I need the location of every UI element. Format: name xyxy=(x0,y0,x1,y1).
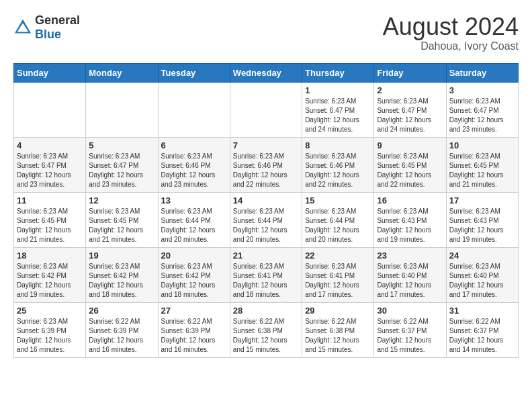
day-info: Sunrise: 6:23 AM Sunset: 6:47 PM Dayligh… xyxy=(377,97,443,134)
logo: General Blue xyxy=(13,13,80,42)
day-info: Sunrise: 6:23 AM Sunset: 6:46 PM Dayligh… xyxy=(233,152,299,189)
day-number: 24 xyxy=(449,250,515,261)
col-header-monday: Monday xyxy=(86,63,158,82)
day-info: Sunrise: 6:23 AM Sunset: 6:46 PM Dayligh… xyxy=(305,152,371,189)
day-info: Sunrise: 6:23 AM Sunset: 6:41 PM Dayligh… xyxy=(305,262,371,300)
day-number: 28 xyxy=(233,306,299,316)
calendar-cell: 24Sunrise: 6:23 AM Sunset: 6:40 PM Dayli… xyxy=(446,247,518,302)
calendar-cell: 9Sunrise: 6:23 AM Sunset: 6:45 PM Daylig… xyxy=(374,137,446,192)
day-number: 8 xyxy=(305,140,371,150)
day-number: 18 xyxy=(17,250,83,261)
day-number: 1 xyxy=(305,85,371,95)
calendar-cell: 15Sunrise: 6:23 AM Sunset: 6:44 PM Dayli… xyxy=(302,192,374,247)
day-number: 25 xyxy=(17,306,83,316)
day-info: Sunrise: 6:23 AM Sunset: 6:47 PM Dayligh… xyxy=(89,152,154,189)
calendar-cell: 29Sunrise: 6:22 AM Sunset: 6:38 PM Dayli… xyxy=(302,302,374,357)
day-number: 22 xyxy=(305,250,371,261)
calendar-cell: 28Sunrise: 6:22 AM Sunset: 6:38 PM Dayli… xyxy=(230,302,302,357)
day-number: 27 xyxy=(161,306,227,316)
day-info: Sunrise: 6:23 AM Sunset: 6:40 PM Dayligh… xyxy=(377,262,443,300)
calendar-cell: 18Sunrise: 6:23 AM Sunset: 6:42 PM Dayli… xyxy=(14,247,86,302)
calendar-cell: 16Sunrise: 6:23 AM Sunset: 6:43 PM Dayli… xyxy=(374,192,446,247)
calendar-cell xyxy=(230,82,302,137)
day-info: Sunrise: 6:22 AM Sunset: 6:37 PM Dayligh… xyxy=(449,317,515,355)
col-header-wednesday: Wednesday xyxy=(230,63,302,82)
day-number: 19 xyxy=(89,250,154,261)
day-number: 9 xyxy=(377,140,443,150)
day-info: Sunrise: 6:23 AM Sunset: 6:45 PM Dayligh… xyxy=(377,152,443,189)
day-number: 14 xyxy=(233,195,299,205)
calendar-cell: 21Sunrise: 6:23 AM Sunset: 6:41 PM Dayli… xyxy=(230,247,302,302)
day-info: Sunrise: 6:23 AM Sunset: 6:47 PM Dayligh… xyxy=(449,97,515,134)
calendar-week-row: 25Sunrise: 6:23 AM Sunset: 6:39 PM Dayli… xyxy=(14,302,519,357)
calendar-cell: 2Sunrise: 6:23 AM Sunset: 6:47 PM Daylig… xyxy=(374,82,446,137)
calendar-week-row: 11Sunrise: 6:23 AM Sunset: 6:45 PM Dayli… xyxy=(14,192,519,247)
day-number: 7 xyxy=(233,140,299,150)
calendar-cell xyxy=(158,82,230,137)
day-info: Sunrise: 6:23 AM Sunset: 6:47 PM Dayligh… xyxy=(17,152,83,189)
day-number: 12 xyxy=(89,195,154,205)
day-info: Sunrise: 6:23 AM Sunset: 6:40 PM Dayligh… xyxy=(449,262,515,300)
day-number: 31 xyxy=(449,306,515,316)
day-info: Sunrise: 6:23 AM Sunset: 6:47 PM Dayligh… xyxy=(305,97,371,134)
day-info: Sunrise: 6:22 AM Sunset: 6:38 PM Dayligh… xyxy=(305,317,371,355)
day-info: Sunrise: 6:23 AM Sunset: 6:44 PM Dayligh… xyxy=(305,207,371,244)
day-info: Sunrise: 6:23 AM Sunset: 6:44 PM Dayligh… xyxy=(161,207,227,244)
day-number: 13 xyxy=(161,195,227,205)
col-header-tuesday: Tuesday xyxy=(158,63,230,82)
calendar-cell: 11Sunrise: 6:23 AM Sunset: 6:45 PM Dayli… xyxy=(14,192,86,247)
calendar-cell: 26Sunrise: 6:22 AM Sunset: 6:39 PM Dayli… xyxy=(86,302,158,357)
day-info: Sunrise: 6:23 AM Sunset: 6:41 PM Dayligh… xyxy=(233,262,299,300)
day-info: Sunrise: 6:23 AM Sunset: 6:46 PM Dayligh… xyxy=(161,152,227,189)
day-info: Sunrise: 6:22 AM Sunset: 6:37 PM Dayligh… xyxy=(377,317,443,355)
calendar-cell xyxy=(14,82,86,137)
day-info: Sunrise: 6:23 AM Sunset: 6:43 PM Dayligh… xyxy=(449,207,515,244)
calendar-cell: 27Sunrise: 6:22 AM Sunset: 6:39 PM Dayli… xyxy=(158,302,230,357)
day-number: 6 xyxy=(161,140,227,150)
calendar-cell: 10Sunrise: 6:23 AM Sunset: 6:45 PM Dayli… xyxy=(446,137,518,192)
calendar-cell: 13Sunrise: 6:23 AM Sunset: 6:44 PM Dayli… xyxy=(158,192,230,247)
day-number: 3 xyxy=(449,85,515,95)
day-info: Sunrise: 6:23 AM Sunset: 6:42 PM Dayligh… xyxy=(89,262,154,300)
calendar-cell: 22Sunrise: 6:23 AM Sunset: 6:41 PM Dayli… xyxy=(302,247,374,302)
day-info: Sunrise: 6:22 AM Sunset: 6:38 PM Dayligh… xyxy=(233,317,299,355)
calendar-cell: 7Sunrise: 6:23 AM Sunset: 6:46 PM Daylig… xyxy=(230,137,302,192)
day-number: 15 xyxy=(305,195,371,205)
col-header-friday: Friday xyxy=(374,63,446,82)
day-number: 21 xyxy=(233,250,299,261)
day-info: Sunrise: 6:23 AM Sunset: 6:45 PM Dayligh… xyxy=(449,152,515,189)
calendar-header-row: SundayMondayTuesdayWednesdayThursdayFrid… xyxy=(14,63,519,82)
calendar-cell: 12Sunrise: 6:23 AM Sunset: 6:45 PM Dayli… xyxy=(86,192,158,247)
day-number: 29 xyxy=(305,306,371,316)
day-info: Sunrise: 6:22 AM Sunset: 6:39 PM Dayligh… xyxy=(161,317,227,355)
day-number: 17 xyxy=(449,195,515,205)
day-number: 23 xyxy=(377,250,443,261)
calendar-cell: 6Sunrise: 6:23 AM Sunset: 6:46 PM Daylig… xyxy=(158,137,230,192)
calendar-cell: 1Sunrise: 6:23 AM Sunset: 6:47 PM Daylig… xyxy=(302,82,374,137)
day-number: 2 xyxy=(377,85,443,95)
calendar-cell: 19Sunrise: 6:23 AM Sunset: 6:42 PM Dayli… xyxy=(86,247,158,302)
day-info: Sunrise: 6:23 AM Sunset: 6:42 PM Dayligh… xyxy=(17,262,83,300)
calendar-cell: 4Sunrise: 6:23 AM Sunset: 6:47 PM Daylig… xyxy=(14,137,86,192)
calendar-cell: 23Sunrise: 6:23 AM Sunset: 6:40 PM Dayli… xyxy=(374,247,446,302)
calendar: SundayMondayTuesdayWednesdayThursdayFrid… xyxy=(13,63,519,358)
day-number: 30 xyxy=(377,306,443,316)
logo-blue: Blue xyxy=(35,28,61,41)
day-number: 10 xyxy=(449,140,515,150)
title-area: August 2024 Dahoua, Ivory Coast xyxy=(383,13,519,52)
calendar-cell: 31Sunrise: 6:22 AM Sunset: 6:37 PM Dayli… xyxy=(446,302,518,357)
calendar-cell: 20Sunrise: 6:23 AM Sunset: 6:42 PM Dayli… xyxy=(158,247,230,302)
day-info: Sunrise: 6:23 AM Sunset: 6:45 PM Dayligh… xyxy=(17,207,83,244)
col-header-thursday: Thursday xyxy=(302,63,374,82)
logo-general: General xyxy=(35,13,80,27)
calendar-week-row: 1Sunrise: 6:23 AM Sunset: 6:47 PM Daylig… xyxy=(14,82,519,137)
day-info: Sunrise: 6:23 AM Sunset: 6:39 PM Dayligh… xyxy=(17,317,83,355)
calendar-cell: 8Sunrise: 6:23 AM Sunset: 6:46 PM Daylig… xyxy=(302,137,374,192)
location: Dahoua, Ivory Coast xyxy=(383,40,519,52)
general-blue-icon xyxy=(13,18,32,37)
day-number: 11 xyxy=(17,195,83,205)
day-info: Sunrise: 6:22 AM Sunset: 6:39 PM Dayligh… xyxy=(89,317,154,355)
calendar-cell: 17Sunrise: 6:23 AM Sunset: 6:43 PM Dayli… xyxy=(446,192,518,247)
day-number: 5 xyxy=(89,140,154,150)
header: General Blue August 2024 Dahoua, Ivory C… xyxy=(13,13,519,52)
